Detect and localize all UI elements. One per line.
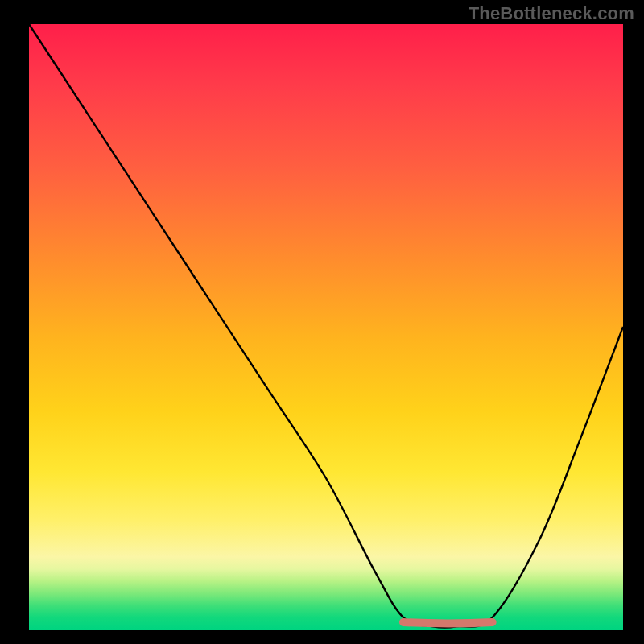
- plot-area: [29, 24, 623, 630]
- watermark-text: TheBottleneck.com: [469, 3, 634, 24]
- bottleneck-curve: [29, 24, 623, 628]
- optimal-range-marker: [403, 622, 493, 624]
- chart-frame: TheBottleneck.com: [0, 0, 644, 644]
- curve-layer: [29, 24, 623, 630]
